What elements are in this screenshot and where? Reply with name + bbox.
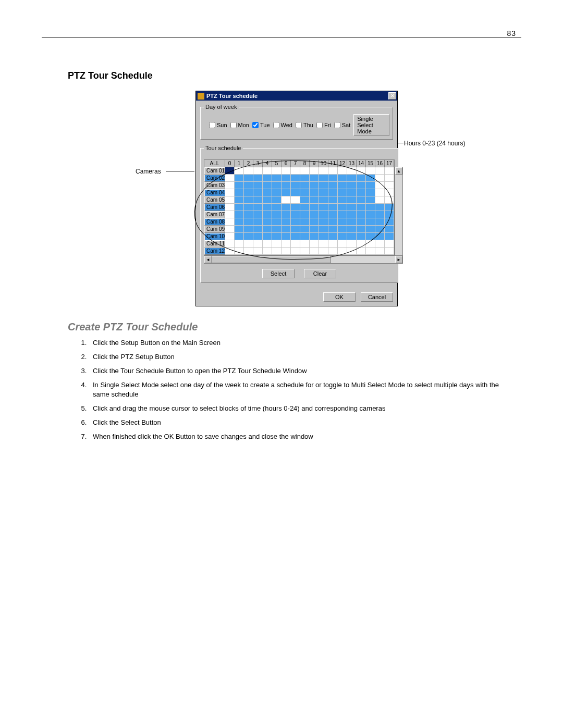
time-slot[interactable] <box>244 226 253 233</box>
time-slot[interactable] <box>263 233 272 240</box>
time-slot[interactable] <box>319 175 328 182</box>
time-slot[interactable] <box>282 189 291 196</box>
time-slot[interactable] <box>291 248 300 255</box>
time-slot[interactable] <box>338 233 347 240</box>
time-slot[interactable] <box>375 233 385 240</box>
time-slot[interactable] <box>319 196 328 204</box>
time-slot[interactable] <box>282 182 291 189</box>
time-slot[interactable] <box>357 182 366 189</box>
time-slot[interactable] <box>291 211 300 218</box>
camera-row[interactable]: Cam 05 <box>204 196 394 204</box>
time-slot[interactable] <box>225 218 235 226</box>
time-slot[interactable] <box>282 218 291 226</box>
time-slot[interactable] <box>385 240 394 248</box>
camera-label[interactable]: Cam 01 <box>204 167 225 175</box>
time-slot[interactable] <box>328 218 338 226</box>
time-slot[interactable] <box>338 240 347 248</box>
time-slot[interactable] <box>272 189 282 196</box>
scroll-track-h[interactable] <box>212 256 395 263</box>
time-slot[interactable] <box>244 211 253 218</box>
vertical-scrollbar[interactable]: ▲ ▼ <box>395 167 403 264</box>
time-slot[interactable] <box>282 167 291 175</box>
time-slot[interactable] <box>319 226 328 233</box>
time-slot[interactable] <box>357 189 366 196</box>
time-slot[interactable] <box>366 211 375 218</box>
time-slot[interactable] <box>357 204 366 211</box>
time-slot[interactable] <box>253 218 263 226</box>
time-slot[interactable] <box>235 175 244 182</box>
camera-label[interactable]: Cam 09 <box>204 226 225 233</box>
time-slot[interactable] <box>244 204 253 211</box>
ok-button[interactable]: OK <box>323 292 356 302</box>
time-slot[interactable] <box>385 248 394 255</box>
day-checkbox-fri[interactable]: Fri <box>316 122 331 128</box>
time-slot[interactable] <box>300 218 310 226</box>
camera-label[interactable]: Cam 11 <box>204 240 225 248</box>
time-slot[interactable] <box>310 211 319 218</box>
time-slot[interactable] <box>310 233 319 240</box>
time-slot[interactable] <box>235 189 244 196</box>
time-slot[interactable] <box>347 233 357 240</box>
time-slot[interactable] <box>272 196 282 204</box>
grid-header-all[interactable]: ALL <box>204 160 225 167</box>
time-slot[interactable] <box>375 248 385 255</box>
grid-header-hour[interactable]: 10 <box>319 160 328 167</box>
time-slot[interactable] <box>263 240 272 248</box>
time-slot[interactable] <box>338 218 347 226</box>
scroll-up-icon[interactable]: ▲ <box>395 167 402 175</box>
time-slot[interactable] <box>225 182 235 189</box>
time-slot[interactable] <box>347 211 357 218</box>
time-slot[interactable] <box>319 233 328 240</box>
grid-header-hour[interactable]: 16 <box>375 160 385 167</box>
day-checkbox-input[interactable] <box>252 122 259 128</box>
cancel-button[interactable]: Cancel <box>361 292 393 302</box>
time-slot[interactable] <box>347 196 357 204</box>
time-slot[interactable] <box>272 218 282 226</box>
time-slot[interactable] <box>244 175 253 182</box>
time-slot[interactable] <box>235 240 244 248</box>
time-slot[interactable] <box>225 248 235 255</box>
time-slot[interactable] <box>366 233 375 240</box>
time-slot[interactable] <box>366 167 375 175</box>
time-slot[interactable] <box>300 240 310 248</box>
time-slot[interactable] <box>338 196 347 204</box>
time-slot[interactable] <box>235 204 244 211</box>
time-slot[interactable] <box>385 189 394 196</box>
grid-header-hour[interactable]: 13 <box>347 160 357 167</box>
time-slot[interactable] <box>319 167 328 175</box>
time-slot[interactable] <box>375 182 385 189</box>
time-slot[interactable] <box>310 204 319 211</box>
time-slot[interactable] <box>347 248 357 255</box>
camera-label[interactable]: Cam 10 <box>204 233 225 240</box>
day-checkbox-input[interactable] <box>273 122 279 128</box>
time-slot[interactable] <box>225 189 235 196</box>
time-slot[interactable] <box>291 204 300 211</box>
time-slot[interactable] <box>263 189 272 196</box>
day-checkbox-wed[interactable]: Wed <box>273 122 292 128</box>
time-slot[interactable] <box>366 240 375 248</box>
time-slot[interactable] <box>375 218 385 226</box>
camera-label[interactable]: Cam 08 <box>204 218 225 226</box>
time-slot[interactable] <box>225 175 235 182</box>
camera-label[interactable]: Cam 04 <box>204 189 225 196</box>
time-slot[interactable] <box>357 196 366 204</box>
select-mode-button[interactable]: Single Select Mode <box>353 114 389 136</box>
time-slot[interactable] <box>347 218 357 226</box>
time-slot[interactable] <box>244 189 253 196</box>
time-slot[interactable] <box>253 189 263 196</box>
time-slot[interactable] <box>385 211 394 218</box>
time-slot[interactable] <box>319 204 328 211</box>
time-slot[interactable] <box>282 226 291 233</box>
time-slot[interactable] <box>328 204 338 211</box>
time-slot[interactable] <box>357 218 366 226</box>
time-slot[interactable] <box>319 240 328 248</box>
time-slot[interactable] <box>328 196 338 204</box>
time-slot[interactable] <box>300 233 310 240</box>
camera-row[interactable]: Cam 04 <box>204 189 394 196</box>
time-slot[interactable] <box>244 196 253 204</box>
time-slot[interactable] <box>291 189 300 196</box>
time-slot[interactable] <box>244 233 253 240</box>
day-checkbox-tue[interactable]: Tue <box>252 122 270 128</box>
scroll-left-icon[interactable]: ◄ <box>204 256 212 263</box>
time-slot[interactable] <box>253 240 263 248</box>
